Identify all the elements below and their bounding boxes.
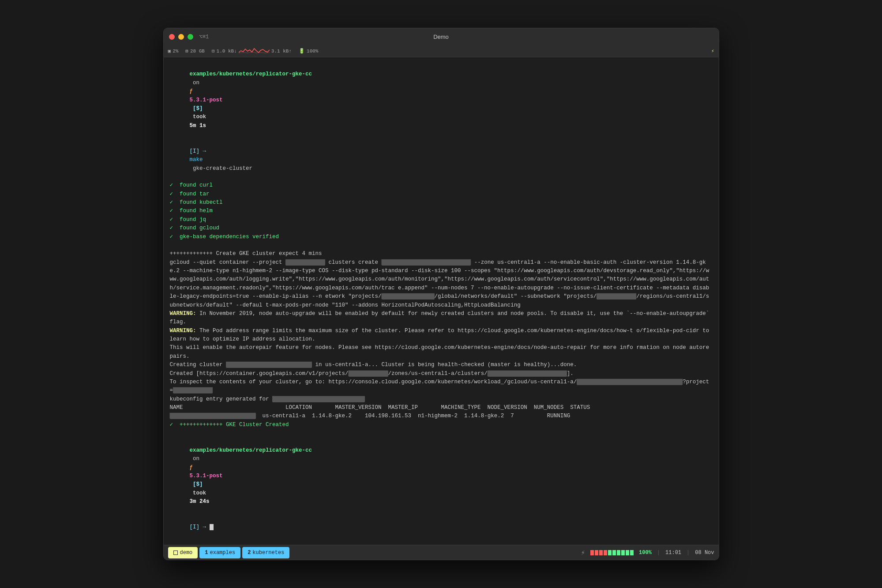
tab-kubernetes-num: 2 <box>248 550 251 556</box>
prompt-branch-icon-2: ƒ <box>190 464 196 471</box>
info-kubeconfig: kubeconfig entry generated for █████████… <box>170 395 713 404</box>
time-display: 11:01 <box>665 550 681 556</box>
network-graph <box>239 47 270 55</box>
blank-1 <box>170 241 713 250</box>
separator-1: | <box>657 550 660 556</box>
prompt-line-2: examples/kubernetes/replicator-gke-cc on… <box>170 438 713 515</box>
bottom-bar-right: ⚡ 100% | 11:01 | 08 Nov <box>581 548 714 557</box>
separator-2: | <box>687 550 690 556</box>
redacted-cluster2: ████████████████████████ <box>488 371 567 377</box>
warning-1: WARNING: In November 2019, node auto-upg… <box>170 310 713 327</box>
prompt-path-1: examples/kubernetes/replicator-gke-cc <box>190 71 312 77</box>
tab-demo[interactable]: demo <box>168 547 198 558</box>
redacted-project: ████████████ <box>285 259 325 266</box>
redacted-network: ████████████████ <box>382 293 435 300</box>
check-jq: ✓ found jq <box>170 216 713 224</box>
close-button[interactable] <box>169 34 175 40</box>
check-gcloud: ✓ found gcloud <box>170 224 713 232</box>
redacted-inspect: ████████████████████████████████ <box>577 379 683 385</box>
cursor <box>210 524 214 530</box>
status-bar: ▣ 2% ⊞ 28 GB ⊟ 1.0 kB↓ 3.1 kB↑ 🔋 100% ⚡ <box>164 45 719 57</box>
check-kubectl: ✓ found kubectl <box>170 198 713 207</box>
bottom-bar: demo 1 examples 2 kubernetes ⚡ <box>164 545 719 560</box>
check-tar: ✓ found tar <box>170 190 713 198</box>
prompt-version-1: 5.3.1-post <box>190 97 223 103</box>
signal-icon: ⚡ <box>581 548 585 557</box>
battery-percent: 100% <box>639 550 652 556</box>
terminal-window: ⌥⌘1 Demo ▣ 2% ⊞ 28 GB ⊟ 1.0 kB↓ 3.1 kB↑ … <box>163 28 719 560</box>
title-bar: ⌥⌘1 Demo <box>164 28 719 45</box>
battery-segments <box>590 550 634 555</box>
table-headers: NAME LOCATION MASTER_VERSION MASTER_IP M… <box>170 404 713 412</box>
redacted-proj2: ████████████ <box>349 371 388 377</box>
tab-examples-label: examples <box>210 550 236 556</box>
redacted-subnet: ████████████ <box>597 293 636 300</box>
redacted-cluster: ███████████████████████████ <box>382 259 471 266</box>
battery-status: 🔋 100% <box>299 48 318 54</box>
info-created: Created [https://container.googleapis.co… <box>170 370 713 378</box>
check-helm: ✓ found helm <box>170 207 713 215</box>
info-autorepair: This will enable the autorepair feature … <box>170 344 713 361</box>
cpu-status: ▣ 2% <box>168 48 179 54</box>
command-line-1: [I] → make gke-create-cluster <box>170 139 713 181</box>
tab-demo-label: demo <box>180 550 193 556</box>
maximize-button[interactable] <box>188 34 193 40</box>
battery-value: 100% <box>307 49 318 54</box>
tab-demo-icon <box>173 551 178 555</box>
keyboard-shortcut: ⌥⌘1 <box>199 34 209 40</box>
blank-2 <box>170 429 713 438</box>
tab-kubernetes[interactable]: 2 kubernetes <box>242 547 289 558</box>
network-status: ⊟ 1.0 kB↓ 3.1 kB↑ <box>212 47 292 55</box>
memory-status: ⊞ 28 GB <box>185 48 205 54</box>
gke-created: ✓ +++++++++++++ GKE Cluster Created <box>170 421 713 429</box>
network-down-value: 1.0 kB↓ <box>217 49 237 54</box>
memory-value: 28 GB <box>190 49 205 54</box>
lightning-icon: ⚡ <box>711 48 714 54</box>
prompt-line-1: examples/kubernetes/replicator-gke-cc on… <box>170 62 713 139</box>
tab-examples[interactable]: 1 examples <box>199 547 240 558</box>
minimize-button[interactable] <box>178 34 184 40</box>
check-deps: ✓ gke-base dependencies verified <box>170 233 713 241</box>
cpu-icon: ▣ <box>168 48 171 54</box>
gke-header: +++++++++++++ Create GKE cluster expect … <box>170 250 713 258</box>
gcloud-cmd: gcloud --quiet container --project █████… <box>170 258 713 310</box>
redacted-kubeconfig: ████████████████████████████ <box>272 396 365 402</box>
terminal-body[interactable]: examples/kubernetes/replicator-gke-cc on… <box>164 57 719 545</box>
redacted-name: ██████████████████████████ <box>170 413 256 419</box>
warning-2: WARNING: The Pod address range limits th… <box>170 327 713 344</box>
command-line-2: [I] → <box>170 515 713 540</box>
prompt-branch-icon-1: ƒ <box>190 88 196 94</box>
redacted-proj3: ████████████ <box>173 387 213 393</box>
tab-kubernetes-label: kubernetes <box>252 550 284 556</box>
battery-icon: 🔋 <box>299 48 305 54</box>
redacted-cluster-name: ██████████████████████████ <box>226 362 312 368</box>
window-title: Demo <box>433 34 449 40</box>
info-creating: Creating cluster ███████████████████████… <box>170 361 713 369</box>
info-inspect: To inspect the contents of your cluster,… <box>170 378 713 395</box>
tab-examples-num: 1 <box>205 550 208 556</box>
network-up-value: 3.1 kB↑ <box>271 49 292 54</box>
prompt-path-2: examples/kubernetes/replicator-gke-cc <box>190 447 312 453</box>
table-row-1: ██████████████████████████ us-central1-a… <box>170 412 713 420</box>
prompt-version-2: 5.3.1-post <box>190 473 223 479</box>
check-curl: ✓ found curl <box>170 181 713 190</box>
cpu-value: 2% <box>173 49 178 54</box>
memory-icon: ⊞ <box>185 48 188 54</box>
date-display: 08 Nov <box>695 550 714 556</box>
network-down-icon: ⊟ <box>212 48 215 54</box>
